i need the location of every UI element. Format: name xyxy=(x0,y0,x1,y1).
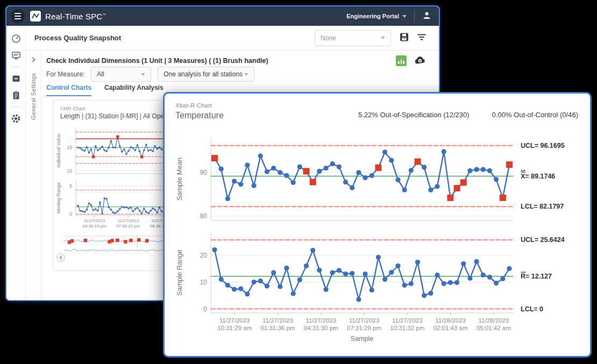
for-measure-label: For Measure: xyxy=(46,70,84,78)
svg-text:20: 20 xyxy=(200,252,208,259)
svg-text:80: 80 xyxy=(200,212,208,220)
svg-text:11/27/2023: 11/27/2023 xyxy=(84,218,105,223)
cloud-download-icon[interactable] xyxy=(414,55,426,67)
gear-icon[interactable] xyxy=(11,113,22,124)
tab-capability-analysis[interactable]: Capability Analysis xyxy=(104,84,164,96)
analysis-mode-select[interactable]: One analysis for all stations xyxy=(158,67,254,82)
svg-text:LCL= 0: LCL= 0 xyxy=(521,305,543,313)
svg-text:07:36:22 pm: 07:36:22 pm xyxy=(116,224,140,229)
svg-text:11/28/2023: 11/28/2023 xyxy=(479,317,509,324)
xbar-chart-subtitle: Temperature xyxy=(175,111,224,120)
svg-text:07:31:29 pm: 07:31:29 pm xyxy=(347,325,381,331)
xbar-r-window: Xbar-R Chart Temperature 5.22% Out-of-Sp… xyxy=(163,92,592,358)
overview-strip-chart[interactable] xyxy=(55,234,173,264)
svg-text:10: 10 xyxy=(67,168,73,174)
strip-pan-handle[interactable] xyxy=(57,254,65,262)
svg-text:0: 0 xyxy=(203,305,207,313)
svg-text:01:31:36 pm: 01:31:36 pm xyxy=(260,325,295,331)
chevron-down-icon xyxy=(402,15,407,18)
svg-text:11/27/2023: 11/27/2023 xyxy=(117,218,139,223)
svg-text:10:31:32 pm: 10:31:32 pm xyxy=(390,325,424,331)
chart-stats: 5.22% Out-of-Specification (12/230) 0.00… xyxy=(358,111,578,119)
xbar-chart-type-label: Xbar-R Chart xyxy=(175,102,212,109)
chevron-down-icon xyxy=(244,73,248,76)
xbar-r-chart[interactable]: Sample Mean8090UCL= 96.1695X= 89.1746LCL… xyxy=(169,129,587,351)
svg-text:06:36:19 pm: 06:36:19 pm xyxy=(82,224,106,229)
app-header: Real-Time SPC™ Engineering Portal xyxy=(6,6,439,26)
svg-text:90: 90 xyxy=(200,169,208,176)
header-divider xyxy=(414,10,415,22)
svg-text:UCL= 25.6424: UCL= 25.6424 xyxy=(521,236,565,244)
tab-bar: Control Charts Capability Analysis xyxy=(46,84,164,96)
svg-text:11/28/2023: 11/28/2023 xyxy=(435,317,466,324)
svg-text:11/27/2023: 11/27/2023 xyxy=(349,317,380,324)
svg-text:0: 0 xyxy=(69,211,72,217)
archive-box-icon[interactable] xyxy=(11,73,22,84)
svg-text:LCL= 82.1797: LCL= 82.1797 xyxy=(521,203,564,210)
svg-text:Sample: Sample xyxy=(351,335,373,342)
svg-text:15: 15 xyxy=(67,145,73,150)
trademark: ™ xyxy=(102,13,106,17)
general-settings-label[interactable]: General Settings xyxy=(30,73,37,120)
monitor-chart-icon[interactable] xyxy=(11,50,22,61)
svg-text:11/27/2023: 11/27/2023 xyxy=(305,317,336,324)
analyze-chart-icon[interactable] xyxy=(396,55,407,66)
toolbar: Process Quality Snapshot None xyxy=(26,26,439,51)
filter-icon[interactable] xyxy=(417,33,426,44)
svg-text:Sample Range: Sample Range xyxy=(175,249,183,296)
svg-text:11/27/2023: 11/27/2023 xyxy=(219,317,250,324)
preset-select[interactable]: None xyxy=(315,30,391,46)
app-title: Real-Time SPC™ xyxy=(45,12,106,21)
chevron-down-icon xyxy=(381,37,385,39)
svg-text:X= 89.1746: X= 89.1746 xyxy=(521,173,555,180)
out-of-control-stat: 0.00% Out-of-Control (0/46) xyxy=(492,111,578,119)
analysis-title: Check Individual Dimensions (1 Unit | 3 … xyxy=(46,57,268,65)
page-title: Process Quality Snapshot xyxy=(34,34,121,42)
measure-select[interactable]: All xyxy=(91,67,151,82)
tab-control-charts[interactable]: Control Charts xyxy=(46,84,91,96)
dashboard-gauge-icon[interactable] xyxy=(11,33,22,44)
svg-text:R= 12.127: R= 12.127 xyxy=(521,273,552,280)
svg-text:11/27/2023: 11/27/2023 xyxy=(392,317,423,324)
svg-text:Moving Range: Moving Range xyxy=(56,182,61,213)
chevron-right-icon[interactable] xyxy=(30,56,37,66)
sidebar xyxy=(6,26,26,300)
svg-text:04:31:30 pm: 04:31:30 pm xyxy=(304,325,338,331)
svg-text:5: 5 xyxy=(69,183,72,189)
imr-chart[interactable]: Individual Value1015Moving Range0511/27/… xyxy=(54,123,179,232)
svg-text:10: 10 xyxy=(200,279,208,286)
svg-text:10:31:29 am: 10:31:29 am xyxy=(217,325,252,331)
general-settings-panel: General Settings xyxy=(26,51,41,300)
svg-text:Sample Mean: Sample Mean xyxy=(175,158,183,201)
chevron-down-icon xyxy=(141,73,145,76)
svg-text:02:01:43 am: 02:01:43 am xyxy=(433,325,468,331)
svg-text:Individual Value: Individual Value xyxy=(56,134,61,168)
imr-chart-type-label: I-MR Chart xyxy=(60,105,85,111)
portal-selector[interactable]: Engineering Portal xyxy=(346,13,399,19)
user-icon[interactable] xyxy=(422,11,431,22)
clipboard-icon[interactable] xyxy=(11,90,22,101)
screen: Real-Time SPC™ Engineering Portal xyxy=(0,0,597,364)
svg-text:05:01:42 am: 05:01:42 am xyxy=(477,325,511,331)
svg-text:UCL= 96.1695: UCL= 96.1695 xyxy=(521,142,565,149)
sidebar-divider xyxy=(12,67,20,67)
out-of-spec-stat: 5.22% Out-of-Specification (12/230) xyxy=(358,111,470,119)
sidebar-divider xyxy=(12,106,20,107)
menu-icon[interactable] xyxy=(11,9,25,23)
save-icon[interactable] xyxy=(400,32,409,44)
logo-zigzag-icon xyxy=(30,11,41,22)
svg-text:11/27/2023: 11/27/2023 xyxy=(262,317,293,324)
